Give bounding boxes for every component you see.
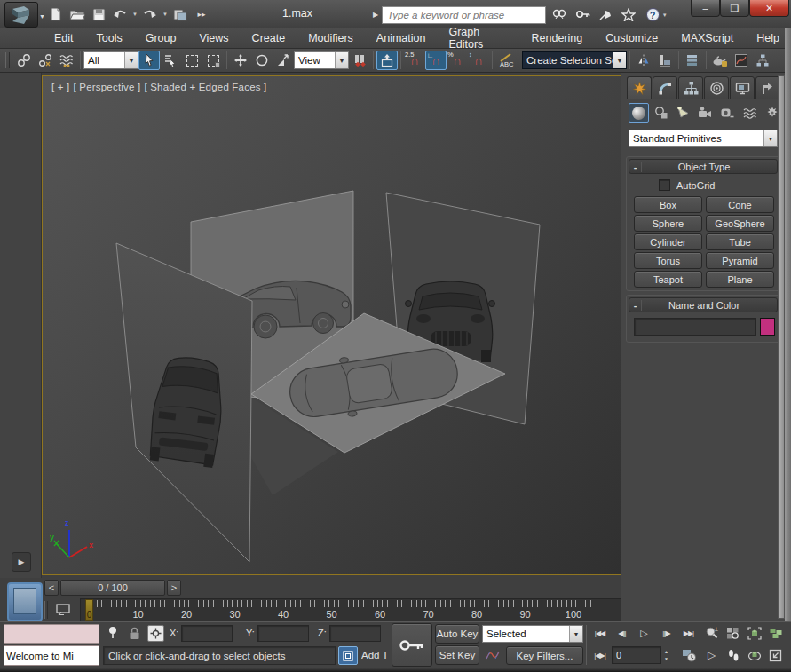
viewport-general-menu[interactable]: [ + ] [51,82,70,92]
percent-snap-toggle-icon[interactable]: %∩ [447,51,468,70]
redo-icon[interactable] [140,5,160,23]
save-file-icon[interactable] [89,5,108,23]
viewport-pov-menu[interactable]: [ Perspective ] [74,82,141,92]
object-color-swatch[interactable] [760,318,775,336]
new-file-icon[interactable] [46,5,66,23]
undo-dropdown-icon[interactable]: ▼ [131,12,138,17]
primitive-button[interactable]: Sphere [634,215,702,232]
help-button[interactable]: ?▼ [642,6,672,24]
menu-item[interactable]: MAXScript [669,29,745,47]
edit-named-selection-sets-icon[interactable]: ABC [495,51,522,70]
primitive-button[interactable]: Pyramid [706,252,774,269]
spinner-up-icon[interactable]: ▲ [664,649,668,654]
rollout-collapse-icon[interactable]: - [629,300,642,311]
layer-manager-icon[interactable] [682,51,703,70]
window-crossing-icon[interactable] [202,51,224,70]
menu-item[interactable]: Group [134,29,188,47]
schematic-view-icon[interactable] [752,51,773,70]
primitive-button[interactable]: Teapot [634,271,702,288]
time-configuration-icon[interactable] [678,646,699,664]
default-in-out-tangents-icon[interactable] [482,646,502,664]
subscription-key-icon[interactable] [573,6,592,24]
category-lights-icon[interactable] [673,103,693,123]
menu-item[interactable]: Modifiers [297,29,365,47]
z-coordinate-field[interactable] [329,625,381,642]
reference-coord-dropdown[interactable]: View▼ [294,51,349,69]
bind-to-space-warp-icon[interactable] [56,51,77,70]
current-frame-field[interactable] [612,646,661,664]
tab-utilities[interactable] [755,76,780,99]
auto-key-button[interactable]: Auto Key [435,624,479,644]
undo-icon[interactable] [110,5,130,23]
primitive-button[interactable]: GeoSphere [706,215,774,232]
minimize-button[interactable]: – [691,0,720,17]
open-file-icon[interactable] [67,5,87,23]
walk-through-icon[interactable] [723,646,743,664]
render-setup-icon[interactable] [709,51,731,70]
maximize-viewport-toggle-icon[interactable] [765,646,786,664]
go-to-end-icon[interactable]: ▶▶| [678,624,699,642]
select-and-scale-icon[interactable] [273,51,294,70]
select-and-link-icon[interactable] [13,51,35,70]
isolate-selection-icon[interactable] [102,624,123,642]
search-input[interactable] [382,6,546,24]
menu-item[interactable]: Animation [365,29,438,47]
next-frame-button[interactable]: > [167,580,181,596]
name-color-rollout-header[interactable]: - Name and Color [629,297,778,312]
maximize-button[interactable]: ❏ [720,0,749,17]
object-type-rollout-header[interactable]: - Object Type [629,159,778,174]
tab-create[interactable] [627,76,652,99]
tab-hierarchy[interactable] [678,76,703,99]
current-frame-marker[interactable]: 0 [85,599,93,621]
curve-editor-icon[interactable] [731,51,752,70]
favorites-star-icon[interactable] [619,6,638,24]
category-cameras-icon[interactable] [695,103,716,123]
viewport-shading-menu[interactable]: [ Shaded + Edged Faces ] [144,82,266,92]
zoom-extents-icon[interactable] [744,624,764,642]
rollout-collapse-icon[interactable]: - [629,162,642,172]
select-and-move-icon[interactable] [230,51,251,70]
primitive-button[interactable]: Cone [706,196,774,213]
use-pivot-point-center-icon[interactable] [349,51,370,70]
search-icon[interactable] [550,6,569,24]
add-time-tag[interactable]: Add Ti [361,650,388,660]
app-menu-button[interactable]: ▼ [4,2,38,28]
primitive-button[interactable]: Torus [634,252,702,269]
search-expand-icon[interactable]: ▶ [373,11,378,19]
tab-display[interactable] [730,76,755,99]
snap-toggle-25-icon[interactable]: 2.5∩ [404,51,425,70]
trackbar-grip[interactable] [44,601,48,619]
category-helpers-icon[interactable] [717,103,738,123]
menu-item[interactable]: Edit [43,29,85,47]
zoom-icon[interactable]: ± [701,624,722,642]
align-icon[interactable] [654,51,676,70]
play-animation-icon[interactable]: ▷ [634,624,654,642]
project-workspace-icon[interactable] [170,5,190,23]
toolbar-grip[interactable] [5,52,10,68]
menu-item[interactable]: Views [187,29,240,47]
pan-view-icon[interactable]: ▷ [701,646,722,664]
autogrid-checkbox[interactable] [659,179,670,191]
command-panel-scrollbar[interactable] [778,75,785,619]
frame-spinner[interactable]: ▲▼ [661,646,671,664]
set-key-button[interactable]: Set Key [435,645,479,665]
previous-frame-icon[interactable]: ◀||| [612,624,632,642]
open-mini-curve-editor-icon[interactable] [52,600,75,620]
select-by-name-icon[interactable] [160,51,181,70]
spinner-snap-toggle-icon[interactable]: ↕∩ [468,51,489,70]
viewport-layout-flyout-button[interactable]: ▶ [12,552,31,572]
menu-item[interactable]: Rendering [520,29,595,47]
time-slider-handle[interactable]: 0 / 100 [60,580,165,596]
maxscript-listener-macro-line[interactable] [4,624,99,644]
previous-frame-button[interactable]: < [44,580,59,596]
trackbar-ruler[interactable]: 0102030405060708090100 0 [80,598,621,621]
redo-dropdown-icon[interactable]: ▼ [162,12,169,17]
category-space-warps-icon[interactable] [740,103,760,123]
tab-motion[interactable] [704,76,729,99]
unlink-selection-icon[interactable] [35,51,56,70]
y-coordinate-field[interactable] [257,625,309,642]
absolute-mode-toggle-icon[interactable] [147,625,164,642]
zoom-extents-all-icon[interactable] [765,624,786,642]
x-coordinate-field[interactable] [181,625,233,642]
go-to-start-icon[interactable]: |◀◀ [589,624,610,642]
